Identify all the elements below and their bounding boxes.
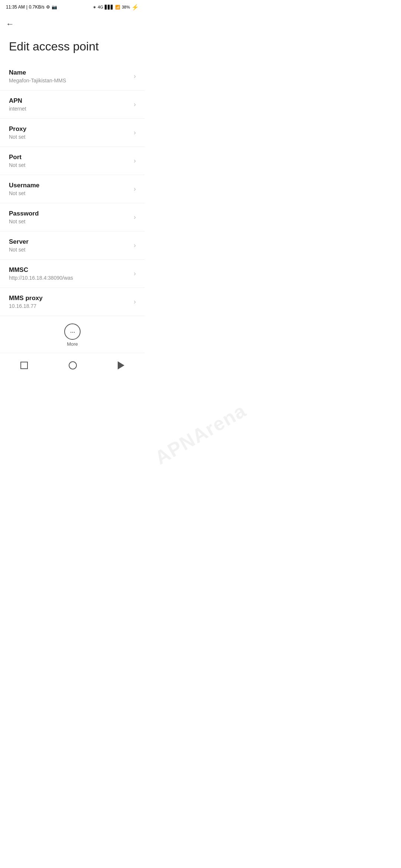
- item-value-mms-proxy: 10.16.18.77: [9, 303, 131, 309]
- recents-icon: [20, 362, 28, 369]
- settings-item-proxy[interactable]: Proxy Not set ›: [0, 119, 145, 147]
- item-content-proxy: Proxy Not set: [9, 125, 131, 140]
- separator: |: [26, 4, 27, 10]
- back-nav-button[interactable]: [112, 358, 130, 372]
- item-value-apn: internet: [9, 106, 131, 112]
- item-content-port: Port Not set: [9, 154, 131, 168]
- item-value-mmsc: http://10.16.18.4:38090/was: [9, 275, 131, 281]
- item-content-mms-proxy: MMS proxy 10.16.18.77: [9, 295, 131, 309]
- item-label-mmsc: MMSC: [9, 266, 131, 274]
- more-button[interactable]: ··· More: [64, 323, 81, 347]
- status-right: ∗ 4G ▋▋▋ 📶 38% ⚡: [93, 4, 139, 11]
- settings-list: Name Megafon-Tajikistan-MMS › APN intern…: [0, 62, 145, 316]
- settings-item-mms-proxy[interactable]: MMS proxy 10.16.18.77 ›: [0, 288, 145, 316]
- item-content-password: Password Not set: [9, 210, 131, 224]
- chevron-icon-mmsc: ›: [134, 270, 136, 277]
- status-left: 11:35 AM | 0.7KB/s ⚙ 📷: [6, 4, 57, 10]
- item-value-password: Not set: [9, 218, 131, 224]
- settings-item-apn[interactable]: APN internet ›: [0, 91, 145, 119]
- back-arrow-icon: ←: [6, 19, 14, 29]
- item-content-username: Username Not set: [9, 182, 131, 196]
- settings-item-name[interactable]: Name Megafon-Tajikistan-MMS ›: [0, 62, 145, 91]
- toolbar: ←: [0, 13, 145, 33]
- charging-icon: ⚡: [131, 4, 139, 11]
- nav-bar: [0, 353, 145, 380]
- battery-level: 38: [122, 5, 126, 9]
- more-dots-icon: ···: [70, 328, 75, 336]
- settings-item-username[interactable]: Username Not set ›: [0, 175, 145, 203]
- chevron-icon-proxy: ›: [134, 129, 136, 137]
- item-content-server: Server Not set: [9, 238, 131, 253]
- home-button[interactable]: [63, 358, 83, 372]
- item-label-apn: APN: [9, 97, 131, 105]
- wifi-icon: 📶: [115, 5, 120, 10]
- item-content-apn: APN internet: [9, 97, 131, 112]
- home-icon: [69, 361, 77, 369]
- item-value-name: Megafon-Tajikistan-MMS: [9, 78, 131, 83]
- camera-icon: 📷: [52, 4, 57, 10]
- item-content-name: Name Megafon-Tajikistan-MMS: [9, 69, 131, 83]
- chevron-icon-name: ›: [134, 72, 136, 80]
- more-circle-icon: ···: [64, 323, 81, 340]
- page-title: Edit access point: [0, 33, 145, 62]
- settings-icon: ⚙: [46, 4, 50, 10]
- item-value-port: Not set: [9, 162, 131, 168]
- item-value-username: Not set: [9, 190, 131, 196]
- settings-item-server[interactable]: Server Not set ›: [0, 231, 145, 260]
- item-label-proxy: Proxy: [9, 125, 131, 133]
- status-bar: 11:35 AM | 0.7KB/s ⚙ 📷 ∗ 4G ▋▋▋ 📶 38% ⚡: [0, 0, 145, 13]
- settings-item-password[interactable]: Password Not set ›: [0, 203, 145, 231]
- item-content-mmsc: MMSC http://10.16.18.4:38090/was: [9, 266, 131, 281]
- chevron-icon-port: ›: [134, 157, 136, 165]
- item-label-server: Server: [9, 238, 131, 246]
- settings-item-mmsc[interactable]: MMSC http://10.16.18.4:38090/was ›: [0, 260, 145, 288]
- item-label-port: Port: [9, 154, 131, 161]
- chevron-icon-apn: ›: [134, 101, 136, 108]
- item-label-name: Name: [9, 69, 131, 76]
- more-section: ··· More: [0, 316, 145, 353]
- network-speed: 0.7KB/s: [29, 4, 45, 10]
- bluetooth-icon: ∗: [93, 5, 96, 10]
- item-label-password: Password: [9, 210, 131, 217]
- recents-button[interactable]: [14, 359, 34, 372]
- chevron-icon-password: ›: [134, 213, 136, 221]
- signal-bars-icon: ▋▋▋: [105, 5, 114, 10]
- chevron-icon-username: ›: [134, 185, 136, 193]
- back-nav-icon: [118, 361, 124, 369]
- item-value-server: Not set: [9, 247, 131, 253]
- back-button[interactable]: ←: [6, 16, 14, 32]
- item-label-mms-proxy: MMS proxy: [9, 295, 131, 302]
- chevron-icon-mms-proxy: ›: [134, 298, 136, 306]
- item-value-proxy: Not set: [9, 134, 131, 140]
- chevron-icon-server: ›: [134, 241, 136, 249]
- signal-4g-icon: 4G: [98, 5, 103, 9]
- time-text: 11:35 AM: [6, 4, 25, 10]
- settings-item-port[interactable]: Port Not set ›: [0, 147, 145, 175]
- battery-indicator: 38%: [122, 5, 130, 9]
- more-label: More: [67, 341, 78, 347]
- item-label-username: Username: [9, 182, 131, 189]
